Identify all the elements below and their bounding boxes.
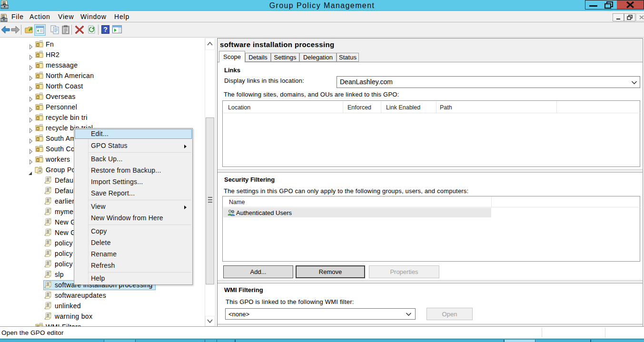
svg-text:?: ? <box>103 26 108 33</box>
